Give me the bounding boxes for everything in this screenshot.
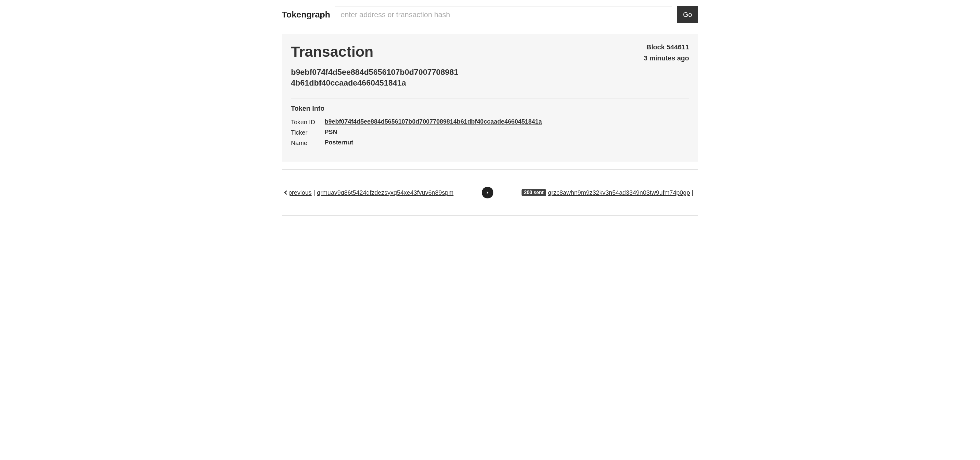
transaction-age: 3 minutes ago [644, 54, 689, 62]
page-title: Transaction [291, 43, 458, 60]
info-row-ticker: Ticker PSN [291, 128, 689, 136]
label-name: Name [291, 139, 325, 147]
section-divider [282, 215, 698, 216]
separator: | [692, 189, 694, 196]
go-button[interactable]: Go [677, 6, 698, 23]
logo: Tokengraph [282, 10, 330, 20]
transaction-panel: Transaction b9ebf074f4d5ee884d5656107b0d… [282, 34, 698, 161]
divider [291, 98, 689, 99]
label-ticker: Ticker [291, 128, 325, 136]
section-divider [282, 169, 698, 170]
previous-link[interactable]: previous [288, 189, 312, 196]
info-row-name: Name Posternut [291, 139, 689, 147]
arrow-right-icon [482, 187, 493, 198]
value-name: Posternut [325, 139, 689, 146]
token-id-link[interactable]: b9ebf074f4d5ee884d5656107b0d70077089814b… [325, 118, 542, 125]
transaction-flow: previous | qrmuav9q86t5424dfzdezsyxq54xe… [282, 187, 698, 198]
search-input[interactable] [335, 6, 672, 23]
transaction-hash: b9ebf074f4d5ee884d5656107b0d7007708981 4… [291, 67, 458, 88]
separator: | [313, 189, 315, 196]
amount-badge: 200 sent [522, 189, 546, 196]
block-number: Block 544611 [644, 43, 689, 51]
value-ticker: PSN [325, 128, 689, 136]
token-info-title: Token Info [291, 105, 689, 113]
output-address-link[interactable]: qrzc8awhn9m9z32kv3n54ad3349n03tw9ufm74p0… [548, 189, 690, 196]
chevron-left-icon [284, 190, 288, 195]
info-row-token-id: Token ID b9ebf074f4d5ee884d5656107b0d700… [291, 118, 689, 126]
input-address-link[interactable]: qrmuav9q86t5424dfzdezsyxq54xe43fvuv6n89s… [317, 189, 453, 196]
label-token-id: Token ID [291, 118, 325, 126]
